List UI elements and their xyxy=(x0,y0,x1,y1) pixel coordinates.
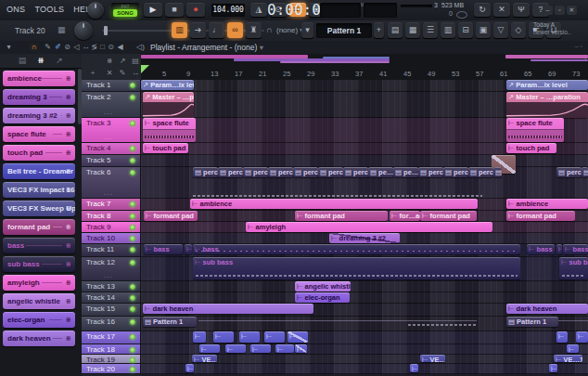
track-header-1[interactable]: Track 1 xyxy=(82,80,141,92)
picker-item-sub-bass[interactable]: sub bass⧻ xyxy=(3,256,75,272)
clip-perc-2[interactable]: ▤perc #2 xyxy=(318,167,343,177)
picker-item-ambience[interactable]: ambience⧻ xyxy=(3,71,75,86)
track-lane-5[interactable] xyxy=(141,155,588,167)
track-header-12[interactable]: Track 12··· xyxy=(82,257,141,281)
clip-pattern[interactable]: ▤ xyxy=(582,167,588,177)
clip-bass[interactable]: ⊢bass xyxy=(193,244,520,254)
clip-perc[interactable]: ▤perc xyxy=(218,167,243,177)
clip-mini[interactable]: ⊢ xyxy=(549,364,557,372)
clip-perc[interactable]: ▤perc xyxy=(556,167,582,177)
pattern-add-button[interactable]: + xyxy=(374,22,384,38)
track-header-4[interactable]: Track 4 xyxy=(82,143,141,155)
track-header-11[interactable]: Track 11 xyxy=(82,244,141,257)
picker-item-elec-organ[interactable]: elec-organ⧻ xyxy=(3,312,75,328)
track-resize-dots[interactable]: ··· xyxy=(104,136,113,142)
clip-dreaming-3-2[interactable]: ⊢dreaming 3 #2 xyxy=(329,233,400,243)
clip-ve-16[interactable]: ⊢VE…16 xyxy=(554,355,582,362)
track-resize-dots[interactable]: ··· xyxy=(104,274,113,280)
track-mute-led[interactable] xyxy=(130,284,135,290)
clip-touch-pad[interactable]: ⊢touch pad xyxy=(506,143,556,153)
track-header-5[interactable]: Track 5 xyxy=(82,155,141,167)
clip-perc-2[interactable]: ▤perc #2 xyxy=(293,167,318,177)
clip-amyleigh[interactable]: ⊢amyleigh xyxy=(246,222,492,232)
clip-dark[interactable]: ⊢ xyxy=(185,244,192,254)
track-mute-led[interactable] xyxy=(130,121,135,126)
panel-window-controls[interactable]: – ▫ xyxy=(575,43,582,49)
typing-to-piano-icon[interactable]: ↻ xyxy=(474,3,491,17)
clip-touch-pad[interactable]: ⊢touch pad xyxy=(143,143,188,153)
track-header-15[interactable]: Track 15 xyxy=(82,304,141,317)
clip-pattern-1[interactable]: ▤Pattern 1 xyxy=(143,317,197,327)
mic-icon[interactable]: Ψ xyxy=(513,3,530,17)
corner-close-icon[interactable]: ✕ xyxy=(104,68,115,79)
clip-perc[interactable]: ▤perc xyxy=(418,167,443,177)
clip-perc[interactable]: ▤perc xyxy=(243,167,268,177)
track-header-13[interactable]: Track 13 xyxy=(82,281,141,292)
clip-mini[interactable]: ⊢ xyxy=(199,344,220,353)
track-mute-led[interactable] xyxy=(130,214,135,219)
clip-perc-3[interactable]: ▤perc #3 xyxy=(343,167,368,177)
clip-angelic-whistle[interactable]: ⊢angelic whistle xyxy=(295,281,351,292)
clip-param-ix-level[interactable]: ↗Param…ix level xyxy=(506,80,588,90)
clip-formant-pad[interactable]: ⊢formant pad xyxy=(144,211,198,221)
picker-item-amyleigh[interactable]: amyleigh⧻ xyxy=(3,275,75,291)
stop-button[interactable]: ■ xyxy=(165,3,184,17)
clip-mini[interactable]: ⊢ xyxy=(295,344,307,353)
magic-hat-icon[interactable]: ♜ xyxy=(246,22,262,38)
menu-ons[interactable]: ONS xyxy=(2,0,30,19)
playback-follow-icon[interactable]: ➔ xyxy=(190,22,206,38)
clip-mini[interactable]: ⊢ xyxy=(225,344,246,353)
metronome-icon[interactable]: ◮ xyxy=(250,3,267,17)
track-mute-led[interactable] xyxy=(130,367,135,372)
clip-formant-pad[interactable]: ⊢formant pad xyxy=(420,211,477,221)
clip-param-ix-level[interactable]: ↗Param…ix level xyxy=(141,80,194,90)
track-mute-led[interactable] xyxy=(130,146,135,151)
pat-song-switch[interactable]: PAT SONG xyxy=(111,3,139,18)
mixer-icon[interactable]: ▥ xyxy=(441,22,455,38)
track-header-10[interactable]: Track 10 xyxy=(82,233,141,244)
track-header-3[interactable]: Track 3··· xyxy=(82,118,141,143)
slide-notes-icon[interactable]: ♩ xyxy=(209,22,224,38)
piano-icon[interactable]: ▦ xyxy=(58,25,66,34)
link-icon[interactable]: ∞ xyxy=(227,22,243,38)
corner-pattern-icon[interactable]: ▤ xyxy=(130,56,141,67)
picker-item-dark-heaven[interactable]: dark heaven⧻ xyxy=(3,331,75,346)
pan-slider-handle[interactable] xyxy=(104,26,108,35)
pattern-menu-caret[interactable]: ▾ xyxy=(301,22,313,38)
snap-magnet-icon[interactable]: ∩ xyxy=(266,25,272,34)
channel-rack-icon[interactable]: ☰ xyxy=(423,22,438,38)
corner-audio-icon[interactable]: ⧻ xyxy=(104,56,115,67)
performance-mode-icon[interactable]: ▥ xyxy=(172,22,187,38)
track-lane-14[interactable] xyxy=(141,292,588,304)
clip-ambience[interactable]: ⊢ambience xyxy=(190,199,478,209)
snap-magnet-icon[interactable]: ∩ xyxy=(28,42,40,53)
picker-item-bass[interactable]: bass⧻ xyxy=(3,238,75,253)
tempo-display[interactable]: 104.000 xyxy=(211,4,245,17)
track-header-7[interactable]: Track 7 xyxy=(82,199,141,211)
tuner-icon[interactable]: ◇ xyxy=(511,22,526,38)
picker-item-dreaming-3-2[interactable]: dreaming 3 #2⧻ xyxy=(3,108,75,123)
corner-add-icon[interactable]: + xyxy=(87,68,98,79)
clip-pattern-1[interactable]: ▤Pattern 1 xyxy=(506,317,558,327)
main-volume-knob[interactable] xyxy=(87,2,104,19)
clip-ve-16[interactable]: ⊢VE…16 xyxy=(192,355,217,362)
picker-item-space-flute[interactable]: space flute⧻ xyxy=(3,126,75,142)
picker-item-vec3-fx-impact-16[interactable]: VEC3 FX Impact 16⧻ xyxy=(3,182,75,198)
picker-tab-audio[interactable]: ⧻ xyxy=(33,55,48,67)
track-header-8[interactable]: Track 8 xyxy=(82,211,141,222)
clip-dark-heaven[interactable]: ⊢dark heaven xyxy=(143,304,313,314)
clip-ve-16[interactable]: ⊢VE…16 xyxy=(420,355,445,362)
track-mute-led[interactable] xyxy=(130,236,135,241)
clip-space-flute[interactable]: ⊢space flute xyxy=(143,118,196,142)
clip-master-paration[interactable]: ↗Master – …paration xyxy=(143,92,194,118)
picker-item-bell-tree-dreamer[interactable]: Bell tree - Dreamer⧻ xyxy=(3,163,75,179)
track-lane-13[interactable] xyxy=(141,281,588,292)
preview-tool-icon[interactable]: ◀ xyxy=(114,42,126,53)
menu-tools[interactable]: TOOLS xyxy=(30,0,69,19)
clip-mini[interactable]: ⊢ xyxy=(410,364,418,372)
track-resize-dots[interactable]: ··· xyxy=(104,191,113,198)
clip-mini[interactable]: ⊢ xyxy=(264,331,285,343)
clip-dark[interactable]: ⊢ xyxy=(556,244,562,254)
clip-ambience[interactable]: ⊢ambience xyxy=(506,199,588,209)
clip-perc[interactable]: ▤perc xyxy=(443,167,468,177)
